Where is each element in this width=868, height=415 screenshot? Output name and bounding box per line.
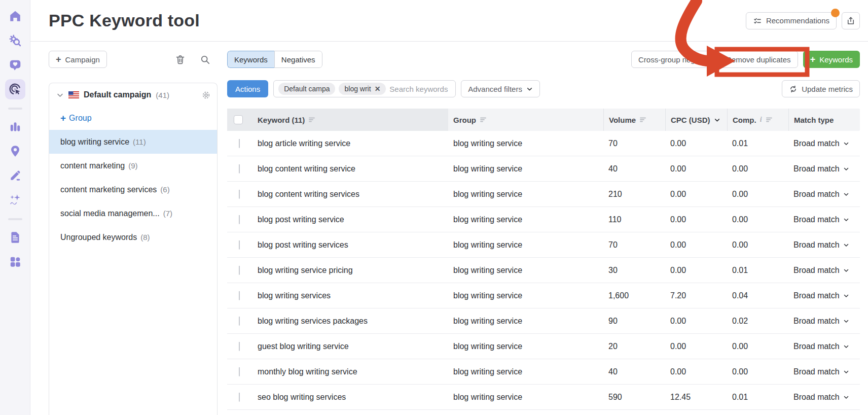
sort-icon[interactable] [766, 117, 773, 123]
group-list-item[interactable]: Ungrouped keywords (8) [49, 225, 217, 249]
group-cell[interactable]: blog writing service [448, 139, 603, 148]
group-list-item[interactable]: blog writing service (11) [49, 130, 217, 154]
chevron-down-icon[interactable] [843, 242, 849, 248]
row-checkbox[interactable] [239, 317, 240, 326]
chevron-down-icon[interactable] [843, 343, 849, 350]
match-type-cell[interactable]: Broad match [788, 342, 860, 351]
keyword-cell[interactable]: seo blog writing services [250, 393, 448, 402]
keyword-cell[interactable]: blog content writing services [250, 190, 448, 199]
info-icon[interactable]: i [760, 116, 762, 124]
chevron-down-icon[interactable] [843, 267, 849, 273]
chevron-down-icon[interactable] [843, 293, 849, 299]
match-type-cell[interactable]: Broad match [788, 215, 860, 224]
add-group-button[interactable]: + Group [49, 107, 217, 130]
group-cell[interactable]: blog writing service [448, 266, 603, 275]
add-campaign-button[interactable]: + Campaign [49, 51, 107, 68]
match-type-cell[interactable]: Broad match [788, 317, 860, 326]
content-editor-icon[interactable] [5, 165, 25, 186]
filter-chip-query[interactable]: blog writ ✕ [339, 83, 386, 95]
recommendations-button[interactable]: Recommendations [746, 12, 837, 29]
keyword-cell[interactable]: blog post writing service [250, 215, 448, 224]
column-comp[interactable]: Comp. i [727, 109, 788, 131]
group-cell[interactable]: blog writing service [448, 393, 603, 402]
keyword-cell[interactable]: blog writing service pricing [250, 266, 448, 275]
keyword-research-icon[interactable] [5, 30, 25, 51]
group-cell[interactable]: blog writing service [448, 291, 603, 300]
group-list-item[interactable]: content marketing (9) [49, 154, 217, 178]
match-type-cell[interactable]: Broad match [788, 190, 860, 199]
actions-button[interactable]: Actions [227, 80, 268, 97]
keyword-cell[interactable]: blog writing services packages [250, 317, 448, 326]
group-cell[interactable]: blog writing service [448, 367, 603, 376]
row-checkbox[interactable] [239, 215, 240, 224]
group-cell[interactable]: blog writing service [448, 190, 603, 199]
chevron-down-icon[interactable] [843, 318, 849, 324]
group-list-item[interactable]: social media managemen... (7) [49, 201, 217, 225]
row-checkbox[interactable] [239, 367, 240, 376]
reports-icon[interactable] [5, 227, 25, 248]
chevron-down-icon[interactable] [843, 217, 849, 223]
column-group[interactable]: Group [448, 109, 603, 131]
match-type-cell[interactable]: Broad match [788, 266, 860, 275]
remove-chip-icon[interactable]: ✕ [375, 85, 381, 93]
group-cell[interactable]: blog writing service [448, 317, 603, 326]
row-checkbox[interactable] [239, 164, 240, 174]
ai-insights-icon[interactable] [5, 190, 25, 210]
keyword-cell[interactable]: blog writing services [250, 291, 448, 300]
row-checkbox[interactable] [239, 190, 240, 199]
advanced-filters-button[interactable]: Advanced filters [461, 80, 540, 97]
sort-icon[interactable] [639, 117, 646, 123]
row-checkbox[interactable] [239, 291, 240, 300]
tab-keywords[interactable]: Keywords [227, 51, 274, 68]
chevron-down-icon[interactable] [843, 394, 849, 400]
chevron-down-icon[interactable] [843, 191, 849, 197]
group-cell[interactable]: blog writing service [448, 215, 603, 224]
chevron-down-icon[interactable] [843, 166, 849, 172]
tab-negatives[interactable]: Negatives [274, 51, 322, 68]
sort-icon[interactable] [480, 117, 487, 123]
search-campaigns-button[interactable] [200, 54, 210, 65]
chevron-down-icon[interactable] [843, 369, 849, 375]
chevron-down-icon[interactable] [843, 141, 849, 147]
match-type-cell[interactable]: Broad match [788, 139, 860, 148]
export-button[interactable] [842, 12, 860, 29]
match-type-cell[interactable]: Broad match [788, 240, 860, 250]
campaign-header[interactable]: Default campaign (41) [49, 83, 217, 107]
update-metrics-button[interactable]: Update metrics [782, 80, 860, 97]
ppc-keyword-tool-icon[interactable] [5, 79, 25, 99]
match-type-cell[interactable]: Broad match [788, 164, 860, 174]
keyword-cell[interactable]: blog article writing service [250, 139, 448, 148]
group-list-item[interactable]: content marketing services (6) [49, 178, 217, 201]
match-type-cell[interactable]: Broad match [788, 393, 860, 402]
match-type-cell[interactable]: Broad match [788, 367, 860, 376]
analytics-icon[interactable] [5, 117, 25, 137]
row-checkbox[interactable] [239, 266, 240, 275]
keyword-cell[interactable]: monthly blog writing service [250, 367, 448, 376]
chevron-down-icon[interactable] [56, 91, 64, 99]
chevron-down-icon[interactable] [714, 117, 720, 123]
keyword-cell[interactable]: guest blog writing service [250, 342, 448, 351]
group-cell[interactable]: blog writing service [448, 240, 603, 250]
row-checkbox[interactable] [239, 342, 240, 351]
row-checkbox[interactable] [239, 240, 240, 250]
row-checkbox[interactable] [239, 139, 240, 148]
cross-group-negatives-button[interactable]: Cross-group negativ [631, 51, 714, 68]
column-keyword[interactable]: Keyword (11) [250, 109, 448, 131]
filter-chip-campaign[interactable]: Default campa [278, 83, 335, 95]
add-keywords-button[interactable]: + Keywords [803, 51, 860, 68]
remove-duplicates-button[interactable]: Remove duplicates [719, 51, 798, 68]
locations-icon[interactable] [5, 141, 25, 161]
apps-icon[interactable] [5, 252, 25, 272]
match-type-cell[interactable]: Broad match [788, 291, 860, 300]
home-icon[interactable] [5, 6, 25, 26]
search-keywords-input[interactable] [389, 85, 451, 93]
campaign-settings-button[interactable] [201, 90, 211, 100]
feedback-icon[interactable] [5, 55, 25, 75]
row-checkbox[interactable] [239, 393, 240, 402]
sort-icon[interactable] [308, 117, 315, 123]
column-cpc[interactable]: CPC (USD) [665, 109, 727, 131]
keyword-cell[interactable]: blog post writing services [250, 240, 448, 250]
keyword-cell[interactable]: blog content writing service [250, 164, 448, 174]
group-cell[interactable]: blog writing service [448, 342, 603, 351]
column-volume[interactable]: Volume [603, 109, 665, 131]
